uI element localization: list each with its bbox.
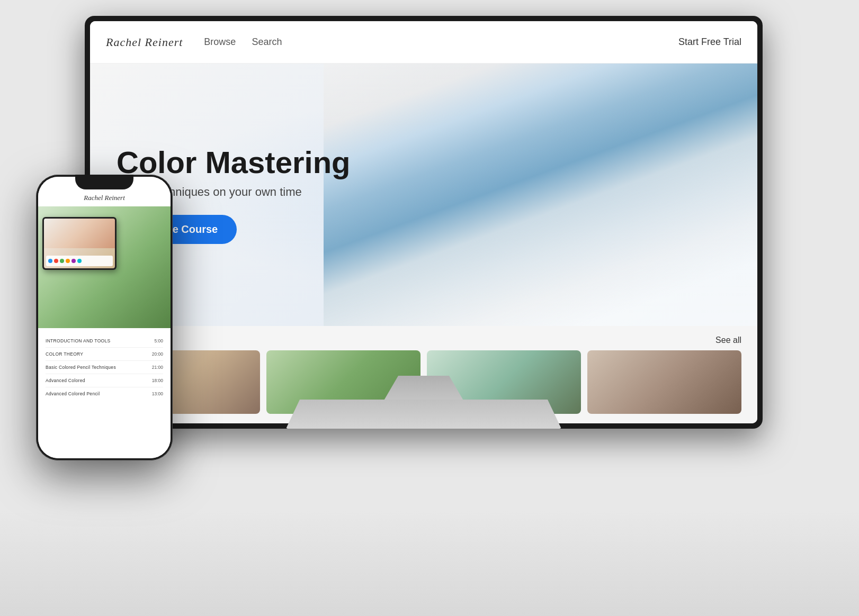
tv-hero: Color Mastering Expert techniques on you… <box>90 64 757 326</box>
tv-stand-base-inner <box>286 400 561 429</box>
phone-tablet <box>42 217 117 270</box>
phone-course-time-4: 18:00 <box>152 378 163 383</box>
phone-image-section <box>38 206 171 328</box>
phone-tablet-screen <box>44 219 115 268</box>
nav-search[interactable]: Search <box>252 37 282 48</box>
tv-stand-base <box>286 400 561 429</box>
phone-course-item-4[interactable]: Advanced Colored 18:00 <box>46 374 163 387</box>
phone-course-time-1: 5:00 <box>154 338 163 343</box>
bottom-shadow <box>0 510 859 616</box>
phone-course-item-5[interactable]: Advanced Colored Pencil 13:00 <box>46 387 163 400</box>
phone-tablet-content <box>44 219 115 248</box>
phone: Rachel Reinert <box>36 175 173 460</box>
phone-course-name-1: INTRODUCTION AND TOOLS <box>46 338 150 343</box>
tv-courses-header: See all <box>106 336 741 345</box>
phone-course-time-2: 20:00 <box>152 351 163 357</box>
phone-logo: Rachel Reinert <box>84 194 125 202</box>
color-dot-3 <box>60 259 64 263</box>
hero-painting <box>324 64 757 326</box>
tv-navbar: Rachel Reinert Browse Search Start Free … <box>90 21 757 64</box>
phone-course-time-3: 21:00 <box>152 365 163 370</box>
phone-course-name-5: Advanced Colored Pencil <box>46 391 148 396</box>
phone-course-name-3: Basic Colored Pencil Techniques <box>46 365 148 370</box>
nav-start-trial[interactable]: Start Free Trial <box>678 37 741 48</box>
tv-screen: Rachel Reinert Browse Search Start Free … <box>90 21 757 423</box>
tv-see-all[interactable]: See all <box>715 336 741 345</box>
color-dot-1 <box>48 259 52 263</box>
phone-screen: Rachel Reinert <box>38 177 171 458</box>
phone-course-name-2: COLOR THEORY <box>46 351 148 357</box>
nav-browse[interactable]: Browse <box>204 37 236 48</box>
phone-course-item-2[interactable]: COLOR THEORY 20:00 <box>46 348 163 361</box>
hero-painting-inner <box>324 64 757 326</box>
tv-nav-links: Browse Search <box>204 37 282 48</box>
phone-tablet-tools <box>46 256 113 266</box>
phone-course-name-4: Advanced Colored <box>46 378 148 383</box>
phone-outer: Rachel Reinert <box>36 175 173 460</box>
phone-course-item-1[interactable]: INTRODUCTION AND TOOLS 5:00 <box>46 334 163 348</box>
hero-title: Color Mastering <box>117 146 351 179</box>
phone-course-time-5: 13:00 <box>152 391 163 396</box>
tv-course-thumb-4[interactable] <box>587 350 741 414</box>
phone-notch <box>75 175 133 189</box>
color-dot-4 <box>66 259 70 263</box>
color-dot-5 <box>71 259 76 263</box>
tv-logo: Rachel Reinert <box>106 35 183 49</box>
tv-monitor: Rachel Reinert Browse Search Start Free … <box>85 16 763 492</box>
scene: Rachel Reinert Browse Search Start Free … <box>0 0 859 616</box>
tv-bezel: Rachel Reinert Browse Search Start Free … <box>85 16 763 429</box>
color-dot-6 <box>77 259 82 263</box>
phone-course-list: INTRODUCTION AND TOOLS 5:00 COLOR THEORY… <box>38 328 171 458</box>
color-dot-2 <box>54 259 58 263</box>
phone-course-item-3[interactable]: Basic Colored Pencil Techniques 21:00 <box>46 361 163 374</box>
